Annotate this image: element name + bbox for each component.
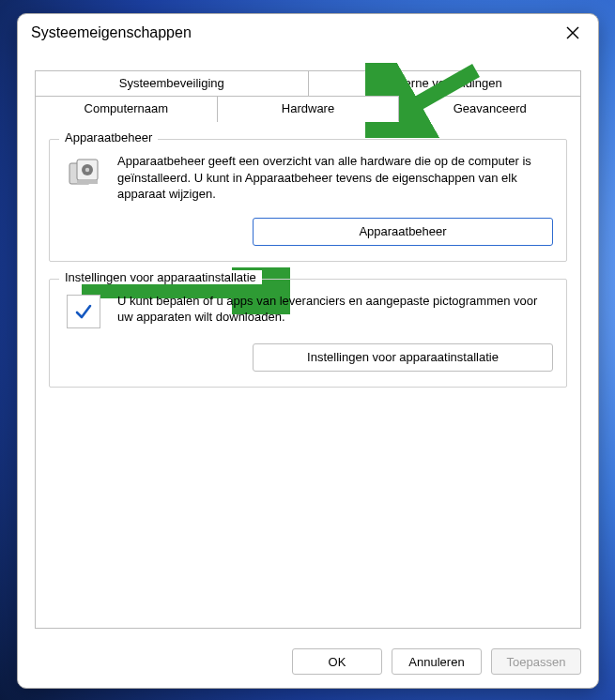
tab-label: Systeembeveiliging: [119, 76, 224, 90]
group-legend: Apparaatbeheer: [59, 130, 158, 145]
device-manager-button[interactable]: Apparaatbeheer: [253, 218, 553, 246]
tab-label: Hardware: [282, 101, 334, 115]
tab-computer-name[interactable]: Computernaam: [35, 96, 218, 122]
group-install-settings: Instellingen voor apparaatinstallatie U …: [49, 279, 567, 388]
titlebar: Systeemeigenschappen: [18, 14, 598, 52]
tab-system-protection[interactable]: Systeembeveiliging: [35, 70, 309, 97]
tab-page-hardware: Apparaatbeheer: [35, 122, 581, 629]
window-title: Systeemeigenschappen: [31, 24, 192, 41]
install-settings-button[interactable]: Instellingen voor apparaatinstallatie: [253, 343, 553, 372]
close-icon: [566, 26, 579, 39]
apply-button[interactable]: Toepassen: [491, 648, 581, 675]
dialog-button-row: OK Annuleren Toepassen: [292, 648, 581, 675]
ok-button[interactable]: OK: [292, 648, 382, 675]
tab-label: Geavanceerd: [454, 101, 527, 115]
tab-control: Systeembeveiliging Externe verbindingen …: [35, 70, 581, 629]
device-manager-description: Apparaatbeheer geeft een overzicht van a…: [117, 153, 553, 203]
cancel-button[interactable]: Annuleren: [392, 648, 482, 675]
checkmark-icon: [74, 302, 93, 321]
install-settings-description: U kunt bepalen of u apps van leverancier…: [117, 293, 553, 328]
close-button[interactable]: [557, 19, 589, 47]
group-legend: Instellingen voor apparaatinstallatie: [59, 270, 262, 284]
system-properties-dialog: Systeemeigenschappen Systeembeveiliging …: [17, 13, 599, 689]
tab-label: Computernaam: [85, 101, 169, 115]
button-label: Toepassen: [507, 655, 566, 669]
button-label: Annuleren: [408, 655, 464, 669]
device-manager-icon: [63, 153, 104, 203]
svg-rect-6: [77, 180, 98, 184]
button-label: Instellingen voor apparaatinstallatie: [307, 350, 499, 364]
tab-hardware[interactable]: Hardware: [218, 96, 400, 122]
button-label: Apparaatbeheer: [359, 224, 446, 238]
tab-remote[interactable]: Externe verbindingen: [309, 70, 582, 97]
button-label: OK: [329, 655, 346, 669]
tab-advanced[interactable]: Geavanceerd: [399, 96, 581, 122]
group-device-manager: Apparaatbeheer: [49, 139, 567, 262]
svg-point-5: [85, 168, 89, 172]
tab-label: Externe verbindingen: [387, 76, 502, 90]
install-settings-icon: [63, 293, 104, 328]
